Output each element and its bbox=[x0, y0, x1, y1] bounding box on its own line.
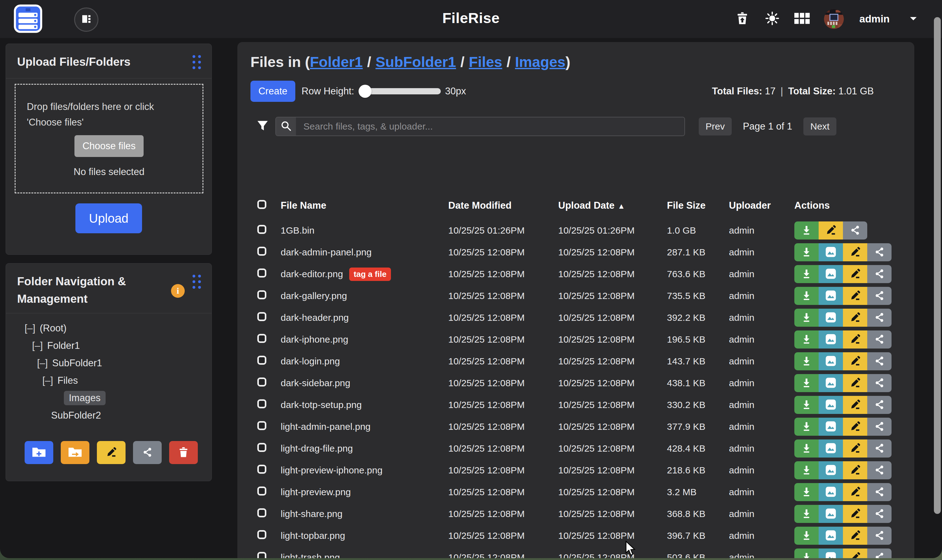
file-tag-badge[interactable]: tag a file bbox=[349, 268, 391, 281]
preview-button[interactable] bbox=[819, 352, 843, 370]
download-button[interactable] bbox=[794, 243, 819, 261]
download-button[interactable] bbox=[794, 309, 819, 327]
file-name[interactable]: light-preview-iphone.png bbox=[281, 465, 383, 475]
upload-button[interactable]: Upload bbox=[75, 203, 142, 233]
share-button[interactable] bbox=[867, 461, 891, 479]
row-checkbox[interactable] bbox=[257, 421, 266, 430]
folder-tree-item-files[interactable]: [–]Files bbox=[6, 372, 211, 389]
download-button[interactable] bbox=[794, 505, 819, 523]
download-button[interactable] bbox=[794, 527, 819, 545]
select-all-checkbox[interactable] bbox=[257, 200, 266, 209]
edit-button[interactable] bbox=[843, 548, 867, 558]
rename-folder-button[interactable] bbox=[97, 441, 126, 464]
share-button[interactable] bbox=[867, 505, 891, 523]
drag-handle-icon[interactable] bbox=[192, 55, 201, 69]
edit-button[interactable] bbox=[843, 440, 867, 457]
row-checkbox[interactable] bbox=[257, 290, 266, 299]
folder-label[interactable]: Folder1 bbox=[47, 340, 80, 351]
row-checkbox[interactable] bbox=[257, 377, 266, 386]
download-button[interactable] bbox=[794, 461, 819, 479]
file-name[interactable]: dark-iphone.png bbox=[281, 334, 348, 345]
tree-collapse-toggle[interactable]: [–] bbox=[42, 375, 53, 386]
edit-button[interactable] bbox=[819, 222, 843, 240]
preview-button[interactable] bbox=[819, 548, 843, 558]
file-name[interactable]: light-preview.png bbox=[281, 487, 351, 497]
folder-label[interactable]: (Root) bbox=[40, 323, 66, 334]
share-button[interactable] bbox=[867, 243, 891, 261]
next-page-button[interactable]: Next bbox=[803, 117, 836, 135]
breadcrumb-link-subfolder1[interactable]: SubFolder1 bbox=[376, 54, 456, 70]
share-button[interactable] bbox=[867, 527, 891, 545]
folder-tree-item-subfolder1[interactable]: [–]SubFolder1 bbox=[6, 354, 211, 372]
download-button[interactable] bbox=[794, 222, 819, 240]
folder-label[interactable]: SubFolder1 bbox=[52, 358, 102, 369]
file-name[interactable]: dark-admin-panel.png bbox=[281, 247, 372, 258]
trash-restore-button[interactable] bbox=[734, 11, 750, 27]
preview-button[interactable] bbox=[819, 440, 843, 457]
slider-thumb[interactable] bbox=[359, 85, 372, 98]
row-checkbox[interactable] bbox=[257, 399, 266, 408]
share-button[interactable] bbox=[867, 265, 891, 283]
breadcrumb-link-images[interactable]: Images bbox=[515, 54, 565, 70]
file-name[interactable]: light-share.png bbox=[281, 509, 342, 519]
download-button[interactable] bbox=[794, 548, 819, 558]
row-checkbox[interactable] bbox=[257, 530, 266, 539]
file-name[interactable]: dark-login.png bbox=[281, 356, 340, 366]
edit-button[interactable] bbox=[843, 396, 867, 414]
breadcrumb-link-folder1[interactable]: Folder1 bbox=[310, 54, 363, 70]
file-name[interactable]: light-admin-panel.png bbox=[281, 422, 371, 432]
edit-button[interactable] bbox=[843, 483, 867, 501]
edit-button[interactable] bbox=[843, 527, 867, 545]
preview-button[interactable] bbox=[819, 527, 843, 545]
folder-label[interactable]: SubFolder2 bbox=[51, 410, 101, 421]
preview-button[interactable] bbox=[819, 265, 843, 283]
preview-button[interactable] bbox=[819, 287, 843, 305]
file-name[interactable]: light-trash.png bbox=[281, 552, 340, 558]
share-button[interactable] bbox=[843, 222, 867, 240]
edit-button[interactable] bbox=[843, 352, 867, 370]
create-folder-button[interactable] bbox=[25, 441, 53, 464]
preview-button[interactable] bbox=[819, 243, 843, 261]
delete-folder-button[interactable] bbox=[169, 441, 198, 464]
info-button[interactable]: i bbox=[171, 284, 185, 298]
download-button[interactable] bbox=[794, 396, 819, 414]
file-name[interactable]: dark-gallery.png bbox=[281, 291, 347, 301]
user-avatar[interactable] bbox=[824, 9, 844, 29]
preview-button[interactable] bbox=[819, 309, 843, 327]
preview-button[interactable] bbox=[819, 331, 843, 349]
preview-button[interactable] bbox=[819, 461, 843, 479]
share-button[interactable] bbox=[867, 309, 891, 327]
file-dropzone[interactable]: Drop files/folders here or click 'Choose… bbox=[15, 84, 203, 194]
vertical-scrollbar[interactable] bbox=[934, 17, 941, 514]
edit-button[interactable] bbox=[843, 331, 867, 349]
preview-button[interactable] bbox=[819, 374, 843, 392]
share-folder-button[interactable] bbox=[133, 441, 162, 464]
create-button[interactable]: Create bbox=[251, 81, 295, 102]
file-name[interactable]: dark-header.png bbox=[281, 312, 349, 323]
download-button[interactable] bbox=[794, 440, 819, 457]
file-name[interactable]: dark-sidebar.png bbox=[281, 378, 350, 388]
column-header-uploader[interactable]: Uploader bbox=[729, 200, 794, 211]
search-input[interactable] bbox=[296, 117, 684, 135]
column-header-name[interactable]: File Name bbox=[281, 200, 448, 211]
share-button[interactable] bbox=[867, 440, 891, 457]
share-button[interactable] bbox=[867, 548, 891, 558]
folder-label[interactable]: Files bbox=[57, 375, 78, 386]
folder-tree-item-root[interactable]: [–](Root) bbox=[6, 320, 211, 337]
tree-collapse-toggle[interactable]: [–] bbox=[37, 358, 48, 369]
folder-tree-item-folder1[interactable]: [–]Folder1 bbox=[6, 337, 211, 354]
share-button[interactable] bbox=[867, 483, 891, 501]
column-header-uploaded[interactable]: Upload Date▲ bbox=[558, 200, 667, 211]
folder-tree-item-images[interactable]: Images bbox=[6, 389, 211, 407]
preview-button[interactable] bbox=[819, 396, 843, 414]
download-button[interactable] bbox=[794, 287, 819, 305]
file-name[interactable]: dark-editor.png bbox=[281, 269, 343, 279]
download-button[interactable] bbox=[794, 352, 819, 370]
tree-collapse-toggle[interactable]: [–] bbox=[25, 323, 35, 334]
row-checkbox[interactable] bbox=[257, 312, 266, 321]
edit-button[interactable] bbox=[843, 287, 867, 305]
row-checkbox[interactable] bbox=[257, 508, 266, 517]
user-menu-button[interactable] bbox=[908, 13, 919, 25]
row-checkbox[interactable] bbox=[257, 356, 266, 365]
download-button[interactable] bbox=[794, 483, 819, 501]
